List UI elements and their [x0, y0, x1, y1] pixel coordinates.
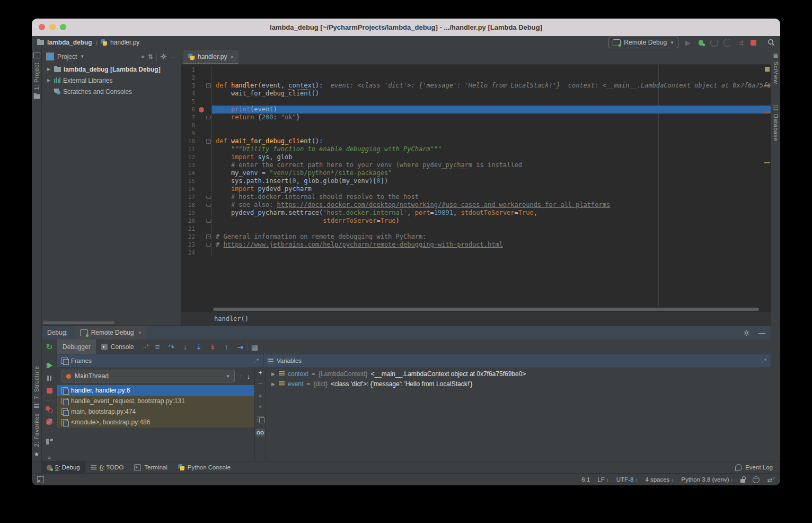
gear-icon[interactable] [743, 329, 750, 336]
toggle-tool-buttons-icon[interactable] [37, 476, 44, 483]
code-line[interactable]: 23# https://www.jetbrains.com/help/pycha… [181, 241, 771, 249]
breadcrumb-project[interactable]: lambda_debug [47, 39, 92, 46]
scroll-stripe-mark[interactable] [764, 111, 770, 113]
code-line[interactable]: 5 [181, 98, 771, 106]
variable-row[interactable]: ▶event = {dict} <class 'dict'>: {'messag… [266, 379, 771, 389]
layout-settings-icon[interactable]: ≡ [151, 342, 164, 351]
code-line[interactable]: 18 # see also: https://docs.docker.com/d… [181, 201, 771, 209]
view-breakpoints-icon[interactable] [46, 406, 53, 413]
thread-select[interactable]: MainThread ▼ [61, 370, 235, 382]
run-with-coverage-button[interactable]: ⇶ [737, 39, 745, 46]
fold-open-icon[interactable]: − [206, 234, 211, 239]
expand-arrow-icon[interactable]: ▶ [271, 381, 276, 387]
event-log-button[interactable]: Event Log [745, 464, 773, 470]
show-watches-icon[interactable]: OO [255, 429, 265, 437]
code-line[interactable]: 15 sys.path.insert(0, glob.glob(my_venv)… [181, 177, 771, 185]
editor-tab-handler[interactable]: handler.py × [183, 50, 239, 64]
frame-row[interactable]: handler, handler.py:6 [57, 385, 254, 396]
fold-end-icon[interactable] [206, 243, 211, 247]
code-line[interactable]: 9 [181, 129, 771, 137]
stop-icon[interactable] [47, 388, 52, 394]
code-line[interactable]: 24 [181, 249, 771, 257]
inspection-status-square[interactable] [765, 67, 770, 72]
fold-end-icon[interactable] [206, 116, 211, 119]
stop-button[interactable] [751, 40, 756, 46]
project-hscrollbar[interactable] [43, 321, 114, 324]
code-line[interactable]: 3−def handler(event, context): event: <c… [181, 82, 771, 90]
fold-end-icon[interactable] [206, 204, 211, 207]
code-area[interactable]: 123−def handler(event, context): event: … [181, 65, 771, 307]
tool-button-structure[interactable]: 7: Structure [33, 366, 40, 399]
code-line[interactable]: 6 print(event) [181, 106, 771, 114]
step-out-icon[interactable]: ↑ [219, 343, 233, 351]
scroll-stripe-mark[interactable] [764, 85, 770, 86]
force-step-into-icon[interactable]: ↡ [206, 343, 219, 351]
update-status-icon[interactable]: ⇄? [767, 476, 775, 484]
code-line[interactable]: 2 [181, 74, 771, 82]
line-separator-widget[interactable]: LF↕ [597, 476, 608, 483]
tool-window-button-debug[interactable]: 5: Debug [41, 461, 85, 473]
mute-breakpoints-icon[interactable] [46, 419, 52, 425]
hide-panel-icon[interactable]: — [170, 53, 176, 60]
restore-layout-icon[interactable] [46, 439, 53, 444]
more-icon[interactable]: » [48, 454, 51, 460]
collapse-all-icon[interactable]: ⇅ [148, 53, 153, 60]
evaluate-expression-icon[interactable]: ▦ [248, 343, 261, 351]
code-line[interactable]: 10−def wait_for_debug_client(): [181, 137, 771, 145]
indent-widget[interactable]: 4 spaces↕ [645, 476, 674, 483]
pin-icon[interactable]: →* [759, 358, 766, 364]
step-into-icon[interactable]: ↓ [178, 343, 192, 351]
expand-arrow-icon[interactable]: ▶ [271, 371, 276, 377]
debugger-tab-console[interactable]: Console [96, 339, 139, 354]
code-line[interactable]: 21 [181, 225, 771, 233]
duplicate-watch-icon[interactable] [258, 416, 263, 422]
inspections-hector-icon[interactable] [753, 476, 760, 483]
locate-icon[interactable]: ⌖ [141, 53, 145, 60]
close-icon[interactable]: × [230, 54, 233, 60]
frame-row[interactable]: main, bootstrap.py:474 [57, 406, 254, 417]
tool-window-button-pythonconsole[interactable]: Python Console [173, 461, 236, 473]
zoom-window-button[interactable] [60, 24, 66, 30]
fold-open-icon[interactable]: − [206, 83, 211, 88]
code-line[interactable]: 16 import pydevd_pycharm [181, 185, 771, 193]
fold-end-icon[interactable] [206, 196, 211, 199]
resume-icon[interactable] [47, 359, 52, 372]
next-frame-icon[interactable]: ↓ [247, 372, 251, 380]
close-window-button[interactable] [39, 24, 45, 30]
project-tree-item[interactable]: Scratches and Consoles [42, 86, 181, 97]
debug-session-tab[interactable]: Remote Debug × [75, 326, 146, 339]
code-line[interactable]: 13 # enter the correct path here to your… [181, 161, 771, 169]
encoding-widget[interactable]: UTF-8↕ [616, 476, 638, 483]
step-over-icon[interactable]: ↷ [164, 343, 178, 351]
context-function[interactable]: handler() [214, 315, 249, 322]
breakpoint-icon[interactable] [199, 107, 204, 112]
pause-icon[interactable] [47, 372, 51, 385]
previous-frame-icon[interactable]: ↑ [239, 372, 243, 380]
project-tree-item[interactable]: ▶External Libraries [42, 75, 181, 86]
tool-button-favorites[interactable]: 2: Favorites [33, 413, 40, 447]
search-icon[interactable] [767, 39, 775, 46]
remove-watch-icon[interactable]: − [258, 382, 262, 386]
fold-end-icon[interactable] [206, 220, 211, 223]
project-tree-item[interactable]: ▶lambda_debug [Lambda Debug] [42, 64, 181, 75]
code-line[interactable]: 1 [181, 66, 771, 74]
chevron-down-icon[interactable]: ▼ [80, 54, 84, 59]
tool-window-button-todo[interactable]: 6: TODO [85, 461, 129, 473]
tool-button-database[interactable]: Database [773, 114, 779, 141]
move-up-icon[interactable]: ▲ [258, 393, 263, 398]
close-icon[interactable]: × [138, 329, 141, 336]
coverage-button[interactable] [723, 39, 731, 47]
tool-window-button-terminal[interactable]: Terminal [129, 461, 172, 473]
breadcrumb-file[interactable]: handler.py [110, 39, 139, 46]
code-line[interactable]: 11 """Utility function to enable debuggi… [181, 145, 771, 153]
hide-panel-icon[interactable]: — [758, 329, 765, 337]
interpreter-widget[interactable]: Python 3.8 (venv)↕ [681, 476, 733, 483]
run-to-cursor-icon[interactable]: ⇥ [233, 343, 247, 351]
code-line[interactable]: 8 [181, 121, 771, 129]
minimize-window-button[interactable] [49, 24, 56, 30]
code-line[interactable]: 19 pydevd_pycharm.settrace('host.docker.… [181, 209, 771, 217]
tool-button-sciview[interactable]: SciView [773, 62, 779, 84]
scroll-stripe-mark[interactable] [764, 162, 770, 163]
run-configuration-select[interactable]: Remote Debug ▼ [608, 37, 678, 48]
profiler-button[interactable] [710, 39, 718, 47]
